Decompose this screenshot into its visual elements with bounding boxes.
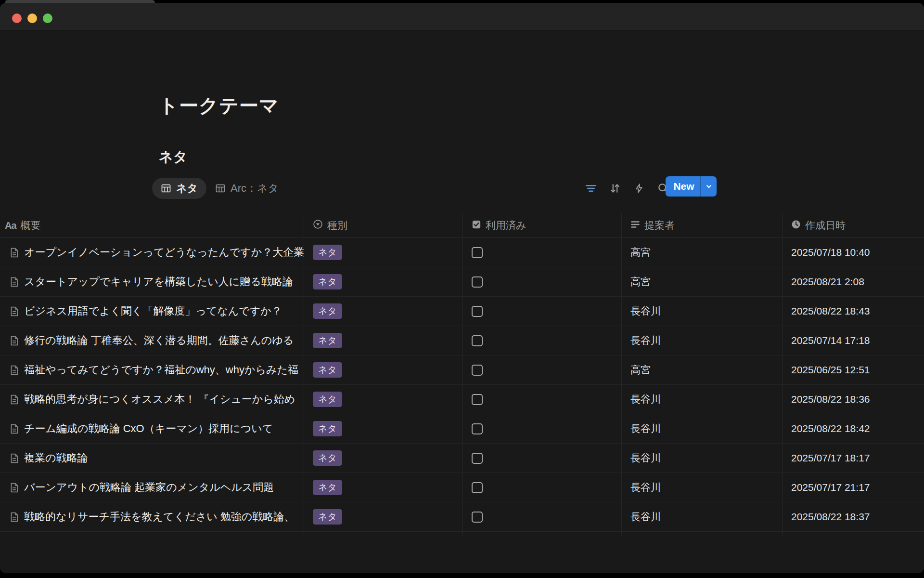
created-cell[interactable]: 2025/07/18 10:40 xyxy=(783,238,924,267)
proposer-cell[interactable]: 長谷川 xyxy=(622,326,783,355)
close-window-button[interactable] xyxy=(12,13,22,23)
used-cell[interactable] xyxy=(463,297,622,326)
row-title[interactable]: 福祉やってみてどうですか？福祉のwhy、whyからみた福 xyxy=(24,363,298,377)
title-cell[interactable]: 戦略的思考が身につくオススメ本！ 『イシューから始め xyxy=(0,385,304,414)
type-cell[interactable]: ネタ xyxy=(304,326,463,355)
used-cell[interactable] xyxy=(463,414,622,443)
used-checkbox[interactable] xyxy=(472,394,483,405)
used-checkbox[interactable] xyxy=(472,306,483,317)
created-cell[interactable]: 2025/08/22 18:43 xyxy=(783,297,924,326)
view-tab-arc-neta[interactable]: Arc：ネタ xyxy=(206,178,287,199)
proposer-cell[interactable]: 長谷川 xyxy=(622,444,783,473)
used-cell[interactable] xyxy=(463,444,622,473)
table-row[interactable]: オープンイノベーションってどうなったんですか？大企業 ネタ 高宮 2025/07… xyxy=(0,238,924,267)
title-cell[interactable]: ビジネス用語でよく聞く「解像度」ってなんですか？ xyxy=(0,297,304,326)
proposer-cell[interactable]: 長谷川 xyxy=(622,502,783,531)
column-header-title[interactable]: Aa 概要 xyxy=(0,213,304,237)
title-cell[interactable]: 戦略的なリサーチ手法を教えてください 勉強の戦略論、 xyxy=(0,502,304,531)
created-time: 2025/06/25 12:51 xyxy=(791,364,870,376)
type-cell[interactable]: ネタ xyxy=(304,502,463,531)
view-tab-label: Arc：ネタ xyxy=(231,181,279,196)
proposer-cell[interactable]: 長谷川 xyxy=(622,297,783,326)
created-cell[interactable]: 2025/08/22 18:36 xyxy=(783,385,924,414)
type-cell[interactable]: ネタ xyxy=(304,385,463,414)
type-cell[interactable]: ネタ xyxy=(304,473,463,502)
used-checkbox[interactable] xyxy=(472,482,483,493)
created-cell[interactable]: 2025/07/17 21:17 xyxy=(783,473,924,502)
table-row[interactable]: 複業の戦略論 ネタ 長谷川 2025/07/17 18:17 xyxy=(0,444,924,473)
proposer-cell[interactable]: 長谷川 xyxy=(622,385,783,414)
row-title[interactable]: バーンアウトの戦略論 起業家のメンタルヘルス問題 xyxy=(24,480,274,495)
new-record-button[interactable]: New xyxy=(666,176,717,197)
row-title[interactable]: チーム編成の戦略論 CxO（キーマン）採用について xyxy=(24,421,273,436)
used-checkbox[interactable] xyxy=(472,247,483,258)
created-cell[interactable]: 2025/08/22 18:37 xyxy=(783,502,924,531)
table-row[interactable]: ビジネス用語でよく聞く「解像度」ってなんですか？ ネタ 長谷川 2025/08/… xyxy=(0,297,924,326)
created-cell[interactable]: 2025/07/17 18:17 xyxy=(783,444,924,473)
automation-icon[interactable] xyxy=(633,183,645,194)
title-cell[interactable]: バーンアウトの戦略論 起業家のメンタルヘルス問題 xyxy=(0,473,304,502)
used-checkbox[interactable] xyxy=(472,423,483,434)
zoom-window-button[interactable] xyxy=(43,13,52,23)
used-cell[interactable] xyxy=(463,385,622,414)
used-checkbox[interactable] xyxy=(472,276,483,288)
type-cell[interactable]: ネタ xyxy=(304,444,463,473)
table-row[interactable]: 戦略的思考が身につくオススメ本！ 『イシューから始め ネタ 長谷川 2025/0… xyxy=(0,385,924,414)
used-cell[interactable] xyxy=(463,238,622,267)
column-header-created[interactable]: 作成日時 xyxy=(783,213,924,237)
used-checkbox[interactable] xyxy=(472,453,483,464)
title-cell[interactable]: チーム編成の戦略論 CxO（キーマン）採用について xyxy=(0,414,304,443)
table-row[interactable]: 福祉やってみてどうですか？福祉のwhy、whyからみた福 ネタ 高宮 2025/… xyxy=(0,355,924,385)
type-cell[interactable]: ネタ xyxy=(304,355,463,384)
used-checkbox[interactable] xyxy=(472,365,483,376)
proposer-cell[interactable]: 長谷川 xyxy=(622,473,783,502)
type-cell[interactable]: ネタ xyxy=(304,267,463,296)
proposer-cell[interactable]: 長谷川 xyxy=(622,414,783,443)
sort-icon[interactable] xyxy=(609,183,621,194)
minimize-window-button[interactable] xyxy=(27,13,37,23)
proposer-cell[interactable]: 高宮 xyxy=(622,267,783,296)
row-title[interactable]: ビジネス用語でよく聞く「解像度」ってなんですか？ xyxy=(24,304,282,318)
filter-icon[interactable] xyxy=(585,183,597,194)
used-cell[interactable] xyxy=(463,267,622,296)
title-cell[interactable]: 福祉やってみてどうですか？福祉のwhy、whyからみた福 xyxy=(0,355,304,384)
row-title[interactable]: 修行の戦略論 丁稚奉公、深く潜る期間。佐藤さんのゆる xyxy=(24,333,294,348)
proposer-cell[interactable]: 高宮 xyxy=(622,238,783,267)
type-cell[interactable]: ネタ xyxy=(304,238,463,267)
row-title[interactable]: スタートアップでキャリアを構築したい人に贈る戦略論 xyxy=(24,275,293,289)
title-cell[interactable]: 修行の戦略論 丁稚奉公、深く潜る期間。佐藤さんのゆる xyxy=(0,326,304,355)
used-cell[interactable] xyxy=(463,502,622,531)
row-title[interactable]: 複業の戦略論 xyxy=(24,451,88,465)
created-cell[interactable]: 2025/07/14 17:18 xyxy=(783,326,924,355)
used-cell[interactable] xyxy=(463,326,622,355)
title-cell[interactable]: 複業の戦略論 xyxy=(0,444,304,473)
database-title[interactable]: ネタ xyxy=(159,147,187,167)
row-title[interactable]: 戦略的なリサーチ手法を教えてください 勉強の戦略論、 xyxy=(24,510,295,524)
column-header-used[interactable]: 利用済み xyxy=(463,213,622,237)
title-cell[interactable]: オープンイノベーションってどうなったんですか？大企業 xyxy=(0,238,304,267)
column-header-proposer[interactable]: 提案者 xyxy=(622,213,783,237)
table-row[interactable]: スタートアップでキャリアを構築したい人に贈る戦略論 ネタ 高宮 2025/08/… xyxy=(0,267,924,297)
created-cell[interactable]: 2025/06/25 12:51 xyxy=(783,355,924,384)
text-icon xyxy=(630,220,640,232)
row-title[interactable]: 戦略的思考が身につくオススメ本！ 『イシューから始め xyxy=(24,392,295,407)
chevron-down-icon[interactable] xyxy=(700,176,717,197)
proposer: 長谷川 xyxy=(630,422,661,435)
table-row[interactable]: チーム編成の戦略論 CxO（キーマン）採用について ネタ 長谷川 2025/08… xyxy=(0,414,924,444)
type-cell[interactable]: ネタ xyxy=(304,414,463,443)
table-row[interactable]: 修行の戦略論 丁稚奉公、深く潜る期間。佐藤さんのゆる ネタ 長谷川 2025/0… xyxy=(0,326,924,355)
row-title[interactable]: オープンイノベーションってどうなったんですか？大企業 xyxy=(24,245,304,260)
created-cell[interactable]: 2025/08/21 2:08 xyxy=(783,267,924,296)
table-row[interactable]: バーンアウトの戦略論 起業家のメンタルヘルス問題 ネタ 長谷川 2025/07/… xyxy=(0,473,924,502)
used-cell[interactable] xyxy=(463,355,622,384)
title-cell[interactable]: スタートアップでキャリアを構築したい人に贈る戦略論 xyxy=(0,267,304,296)
table-row[interactable]: 戦略的なリサーチ手法を教えてください 勉強の戦略論、 ネタ 長谷川 2025/0… xyxy=(0,502,924,532)
created-cell[interactable]: 2025/08/22 18:42 xyxy=(783,414,924,443)
used-checkbox[interactable] xyxy=(472,512,483,523)
proposer-cell[interactable]: 高宮 xyxy=(622,355,783,384)
type-cell[interactable]: ネタ xyxy=(304,297,463,326)
used-cell[interactable] xyxy=(463,473,622,502)
column-header-type[interactable]: 種別 xyxy=(304,213,463,237)
view-tab-neta[interactable]: ネタ xyxy=(152,178,206,199)
used-checkbox[interactable] xyxy=(472,335,483,346)
